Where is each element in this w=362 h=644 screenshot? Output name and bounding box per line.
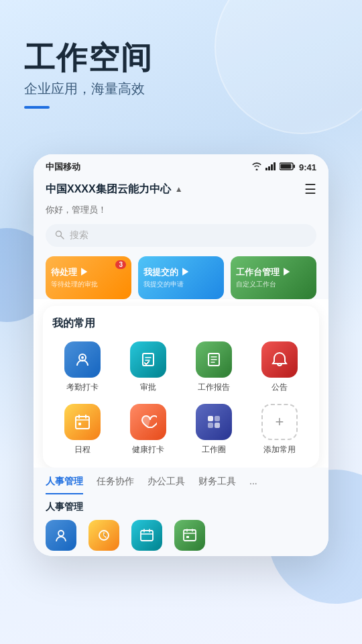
cat-item-4[interactable]	[174, 520, 205, 551]
app-item-add[interactable]: + 添加常用	[249, 404, 310, 455]
schedule-label: 日程	[74, 444, 90, 455]
svg-rect-23	[186, 536, 189, 538]
svg-rect-21	[141, 531, 153, 541]
app-item-announcement[interactable]: 公告	[249, 341, 310, 393]
common-icons-grid: 考勤打卡 审批 工作报告 公告	[52, 341, 310, 455]
app-header: 中国XXXX集团云能力中心 ▲ ☰	[34, 177, 328, 204]
tab-office[interactable]: 办公工具	[147, 476, 185, 494]
approval-label: 审批	[140, 382, 156, 393]
cat-item-1[interactable]	[46, 520, 76, 551]
menu-icon[interactable]: ☰	[304, 181, 316, 197]
svg-rect-3	[274, 162, 276, 170]
tab-more[interactable]: ...	[249, 476, 257, 494]
qa-workbench-sub: 自定义工作台	[236, 280, 311, 289]
bg-circle-top	[215, 0, 362, 134]
health-icon	[130, 404, 166, 440]
attendance-icon	[64, 341, 101, 378]
tab-finance[interactable]: 财务工具	[198, 476, 236, 494]
attendance-label: 考勤打卡	[66, 382, 99, 393]
add-plus-icon: +	[276, 413, 284, 431]
category-icons	[46, 520, 316, 551]
svg-rect-0	[265, 168, 267, 170]
svg-rect-16	[215, 416, 220, 421]
qa-submitted-label: 我提交的 ▶	[143, 266, 219, 278]
greeting-text: 你好，管理员！	[34, 204, 328, 221]
cat-item-3[interactable]	[131, 520, 162, 551]
hero-section: 工作空间 企业应用，海量高效	[24, 40, 153, 109]
qa-workbench-label: 工作台管理 ▶	[236, 266, 311, 278]
qa-btn-pending[interactable]: 3 待处理 ▶ 等待处理的审批	[46, 256, 131, 299]
workcircle-label: 工作圈	[202, 444, 226, 455]
phone-mockup: 中国移动 9:41	[34, 154, 328, 556]
tab-task[interactable]: 任务协作	[97, 476, 134, 494]
qa-pending-label: 待处理 ▶	[51, 266, 126, 278]
signal-icon	[265, 162, 276, 172]
status-icons: 9:41	[251, 162, 316, 172]
search-placeholder: 搜索	[70, 229, 88, 241]
cat-icon-3	[131, 520, 162, 551]
svg-rect-1	[268, 166, 270, 170]
category-title: 人事管理	[46, 501, 316, 513]
wifi-icon	[251, 162, 262, 172]
status-bar: 中国移动 9:41	[34, 154, 328, 177]
search-inner[interactable]: 搜索	[46, 224, 316, 247]
title-arrow-icon: ▲	[175, 184, 183, 194]
svg-rect-2	[271, 164, 273, 170]
app-item-attendance[interactable]: 考勤打卡	[52, 341, 113, 393]
report-icon	[196, 341, 232, 378]
app-item-workcircle[interactable]: 工作圈	[184, 404, 244, 455]
app-item-approval[interactable]: 审批	[118, 341, 178, 393]
health-label: 健康打卡	[132, 444, 164, 455]
svg-rect-11	[143, 354, 154, 366]
category-section: 人事管理	[34, 494, 328, 556]
add-icon: +	[261, 404, 298, 440]
hero-underline	[24, 106, 50, 109]
search-icon	[55, 230, 64, 241]
app-title-row: 中国XXXX集团云能力中心 ▲	[46, 182, 183, 197]
add-label: 添加常用	[263, 444, 296, 455]
common-section: 我的常用 考勤打卡 审批 工作报告	[43, 306, 319, 468]
app-item-health[interactable]: 健康打卡	[118, 404, 178, 455]
cat-icon-2	[88, 520, 119, 551]
qa-submitted-sub: 我提交的申请	[143, 280, 219, 289]
svg-rect-18	[215, 423, 220, 428]
tab-hr[interactable]: 人事管理	[46, 476, 83, 494]
report-label: 工作报告	[198, 382, 230, 393]
pending-badge: 3	[115, 260, 126, 269]
app-title-text: 中国XXXX集团云能力中心	[46, 182, 171, 197]
svg-rect-5	[293, 164, 295, 168]
svg-rect-13	[76, 417, 89, 429]
common-section-title: 我的常用	[52, 317, 310, 331]
schedule-icon	[64, 404, 101, 440]
search-bar: 搜索	[34, 221, 328, 256]
qa-btn-workbench[interactable]: 工作台管理 ▶ 自定义工作台	[231, 256, 316, 299]
svg-rect-6	[280, 164, 291, 168]
cat-icon-1	[46, 520, 76, 551]
hero-subtitle: 企业应用，海量高效	[24, 80, 153, 98]
app-item-report[interactable]: 工作报告	[184, 341, 244, 393]
workcircle-icon	[196, 404, 232, 440]
cat-item-2[interactable]	[88, 520, 119, 551]
svg-rect-15	[208, 416, 213, 421]
svg-line-8	[61, 235, 64, 239]
tabs-section: 人事管理 任务协作 办公工具 财务工具 ...	[34, 468, 328, 494]
svg-point-10	[81, 356, 84, 359]
svg-rect-22	[184, 530, 196, 541]
app-item-schedule[interactable]: 日程	[52, 404, 113, 455]
approval-icon	[130, 341, 166, 378]
announcement-icon	[261, 341, 298, 378]
svg-rect-17	[208, 423, 213, 428]
qa-pending-sub: 等待处理的审批	[51, 280, 126, 289]
quick-actions: 3 待处理 ▶ 等待处理的审批 我提交的 ▶ 我提交的申请 工作台管理 ▶ 自定…	[34, 256, 328, 299]
battery-icon	[280, 162, 296, 172]
svg-rect-14	[78, 423, 81, 425]
cat-icon-4	[174, 520, 205, 551]
hero-title: 工作空间	[24, 40, 153, 76]
time-label: 9:41	[299, 162, 316, 172]
announcement-label: 公告	[272, 382, 288, 393]
qa-btn-submitted[interactable]: 我提交的 ▶ 我提交的申请	[138, 256, 224, 299]
svg-point-19	[58, 531, 64, 536]
carrier-label: 中国移动	[46, 161, 80, 173]
